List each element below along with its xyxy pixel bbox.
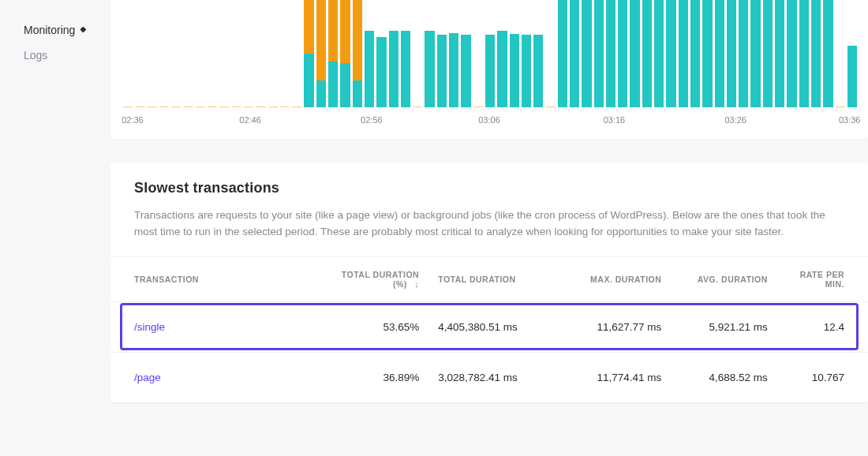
monitoring-icon: [80, 27, 86, 33]
chart-bar[interactable]: [606, 0, 615, 107]
col-header-rate[interactable]: RATE PER MIN.: [777, 256, 868, 301]
chart-bar[interactable]: [522, 0, 531, 107]
chart-bar[interactable]: [594, 0, 604, 107]
sidebar-item-monitoring[interactable]: Monitoring: [0, 17, 110, 43]
main-content: 02:3602:4602:5603:0603:1603:2603:36 Slow…: [110, 0, 868, 456]
chart-bar[interactable]: [775, 0, 784, 107]
throughput-chart-card: 02:3602:4602:5603:0603:1603:2603:36: [110, 0, 868, 139]
chart-x-axis: 02:3602:4602:5603:0603:1603:2603:36: [122, 110, 857, 129]
chart-bar[interactable]: [148, 0, 157, 107]
col-header-max-duration[interactable]: MAX. DURATION: [557, 256, 671, 301]
chart-bar[interactable]: [328, 0, 338, 107]
chart-bar[interactable]: [171, 0, 181, 107]
chart-bar[interactable]: [268, 0, 278, 107]
chart-bar[interactable]: [389, 0, 398, 107]
chart-bar[interactable]: [304, 0, 313, 107]
chart-bar[interactable]: [545, 0, 555, 107]
transaction-link[interactable]: /page: [134, 372, 161, 383]
transaction-link[interactable]: /single: [134, 321, 165, 333]
x-tick-label: 03:36: [839, 115, 861, 125]
chart-bar[interactable]: [316, 0, 326, 107]
chart-bar[interactable]: [256, 0, 265, 107]
col-header-avg-duration[interactable]: AVG. DURATION: [671, 256, 776, 301]
chart-bar[interactable]: [811, 0, 821, 107]
chart-bar[interactable]: [196, 0, 205, 107]
chart-bar[interactable]: [485, 0, 495, 107]
cell-total-duration: 4,405,380.51 ms: [428, 301, 557, 352]
chart-bar[interactable]: [727, 0, 736, 107]
chart-bar[interactable]: [702, 0, 712, 107]
chart-bar[interactable]: [666, 0, 675, 107]
cell-max-duration: 11,627.77 ms: [557, 301, 671, 352]
throughput-chart[interactable]: 02:3602:4602:5603:0603:1603:2603:36: [122, 0, 857, 126]
chart-bar[interactable]: [642, 0, 652, 107]
chart-bar[interactable]: [208, 0, 217, 107]
x-tick-label: 02:46: [239, 115, 261, 125]
col-header-transaction[interactable]: TRANSACTION: [110, 256, 323, 301]
chart-bar[interactable]: [437, 0, 447, 107]
cell-max-duration: 11,774.41 ms: [557, 352, 671, 402]
sort-desc-icon: ↓: [414, 279, 419, 289]
chart-bar[interactable]: [715, 0, 724, 107]
chart-bar[interactable]: [413, 0, 422, 107]
chart-bar[interactable]: [232, 0, 241, 107]
x-tick-label: 03:06: [478, 115, 500, 125]
chart-bar[interactable]: [123, 0, 133, 107]
chart-bar[interactable]: [679, 0, 688, 107]
sidebar-item-logs[interactable]: Logs: [0, 43, 110, 68]
transactions-table: TRANSACTION TOTAL DURATION (%) ↓ TOTAL D…: [110, 256, 868, 403]
cell-total-pct: 36.89%: [323, 352, 428, 402]
chart-bar[interactable]: [558, 0, 567, 107]
cell-rate: 12.4: [777, 301, 868, 352]
x-tick-label: 02:36: [122, 115, 144, 125]
chart-bar[interactable]: [750, 0, 760, 107]
table-row[interactable]: /single53.65%4,405,380.51 ms11,627.77 ms…: [110, 301, 868, 352]
chart-bar[interactable]: [497, 0, 507, 107]
table-row[interactable]: /page36.89%3,028,782.41 ms11,774.41 ms4,…: [110, 352, 868, 402]
chart-bar[interactable]: [787, 0, 796, 107]
chart-bar[interactable]: [847, 0, 857, 107]
slowest-transactions-card: Slowest transactions Transactions are re…: [110, 163, 868, 403]
x-tick-label: 03:16: [604, 115, 626, 125]
chart-bar[interactable]: [763, 0, 773, 107]
chart-bar[interactable]: [690, 0, 700, 107]
col-header-total-duration[interactable]: TOTAL DURATION: [428, 256, 557, 301]
x-tick-label: 03:26: [724, 115, 746, 125]
card-description: Transactions are requests to your site (…: [134, 207, 844, 241]
chart-bar[interactable]: [401, 0, 410, 107]
card-title: Slowest transactions: [134, 180, 844, 196]
chart-bar[interactable]: [739, 0, 748, 107]
chart-bar[interactable]: [654, 0, 664, 107]
chart-bar[interactable]: [376, 0, 386, 107]
col-header-total-pct[interactable]: TOTAL DURATION (%) ↓: [323, 256, 428, 301]
chart-bar[interactable]: [461, 0, 470, 107]
sidebar-item-label: Monitoring: [24, 24, 75, 36]
chart-bar[interactable]: [292, 0, 301, 107]
chart-bar[interactable]: [630, 0, 639, 107]
chart-bar[interactable]: [280, 0, 290, 107]
chart-bar[interactable]: [159, 0, 169, 107]
cell-total-duration: 3,028,782.41 ms: [428, 352, 557, 402]
chart-bar[interactable]: [799, 0, 809, 107]
chart-bar[interactable]: [340, 0, 350, 107]
chart-bar[interactable]: [570, 0, 579, 107]
sidebar-item-label: Logs: [24, 49, 47, 62]
chart-bar[interactable]: [353, 0, 362, 107]
chart-bar[interactable]: [510, 0, 519, 107]
chart-bar[interactable]: [219, 0, 229, 107]
chart-bar[interactable]: [183, 0, 193, 107]
chart-bar[interactable]: [365, 0, 374, 107]
chart-bar[interactable]: [823, 0, 832, 107]
cell-rate: 10.767: [777, 352, 868, 402]
chart-bar[interactable]: [135, 0, 144, 107]
chart-bar[interactable]: [425, 0, 434, 107]
cell-total-pct: 53.65%: [323, 301, 428, 352]
chart-bar[interactable]: [618, 0, 627, 107]
chart-bar[interactable]: [449, 0, 458, 107]
sidebar: Monitoring Logs: [0, 0, 110, 456]
chart-bar[interactable]: [582, 0, 591, 107]
chart-bar[interactable]: [836, 0, 845, 107]
chart-bar[interactable]: [473, 0, 483, 107]
chart-bar[interactable]: [533, 0, 543, 107]
chart-bar[interactable]: [244, 0, 253, 107]
